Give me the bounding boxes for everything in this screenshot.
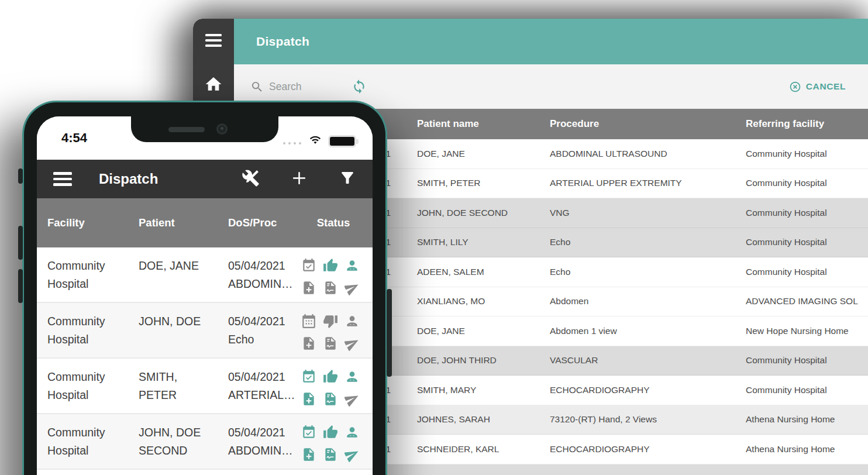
cell-dos-proc: 05/04/2021ABDOMIN… — [215, 257, 294, 296]
cell-dos-proc: 05/04/2021ABDOMIN… — [215, 424, 294, 463]
cell-patient-name: JOHN, DOE SECOND — [398, 208, 529, 218]
cell-procedure: ECHOCARDIOGRAPHY — [529, 385, 725, 395]
cell-patient-name: SMITH, PETER — [398, 178, 529, 188]
cell-patient-name: SCHNEIDER, KARL — [398, 444, 529, 455]
phone-volume-down-button[interactable] — [18, 269, 23, 303]
cell-procedure: Echo — [529, 267, 725, 277]
cellular-signal-icon — [283, 142, 301, 144]
cell-patient-name: XIANLIANG, MO — [398, 296, 529, 307]
cell-referring-facility: Community Hospital — [725, 178, 868, 188]
cell-patient-name: JOHNES, SARAH — [398, 414, 529, 425]
calendar-check-icon[interactable] — [301, 258, 316, 273]
file-plus-icon[interactable] — [301, 336, 316, 351]
phone-table-row[interactable]: Community HospitalJOHN, DOE SECOND05/04/… — [37, 414, 373, 470]
search-icon — [250, 80, 264, 94]
cell-referring-facility: Athena Nursing Home — [725, 444, 868, 455]
thumb-up-icon[interactable] — [323, 425, 338, 440]
phone-table-row[interactable]: Community HospitalJOHN, DOE05/04/2021Ech… — [37, 303, 373, 359]
cell-referring-facility: New Hope Nursing Home — [725, 326, 868, 336]
home-icon[interactable] — [204, 75, 223, 94]
cancel-button[interactable]: CANCEL — [789, 81, 846, 93]
search-placeholder: Search — [269, 81, 301, 93]
cell-patient-name: ADEEN, SALEM — [398, 267, 529, 277]
desktop-header-bar: Dispatch — [234, 19, 868, 64]
cell-patient-name: DOE, JANE — [398, 326, 529, 336]
phone-mockup: 4:54 Dispatch — [22, 101, 387, 475]
cell-patient: SMITH, PETER — [126, 368, 215, 407]
send-icon[interactable] — [345, 336, 360, 351]
cell-procedure: VASCULAR — [529, 355, 725, 366]
phone-app-bar: Dispatch — [37, 160, 373, 198]
cancel-label: CANCEL — [806, 81, 846, 92]
cell-procedure: ABDOMINAL ULTRASOUND — [529, 149, 725, 159]
person-icon[interactable] — [345, 369, 360, 384]
send-icon[interactable] — [345, 447, 360, 462]
cell-status-icons — [294, 424, 373, 463]
calendar-check-icon[interactable] — [301, 425, 316, 440]
phone-speaker — [168, 127, 205, 132]
cell-patient: DOE, JANE — [126, 257, 215, 296]
calendar-check-icon[interactable] — [301, 369, 316, 384]
cell-referring-facility: Community Hospital — [725, 355, 868, 366]
phone-volume-up-button[interactable] — [18, 226, 23, 260]
phone-camera — [216, 123, 228, 135]
wifi-icon — [308, 134, 322, 148]
sync-icon — [352, 79, 367, 94]
cell-referring-facility: Community Hospital — [725, 208, 868, 218]
screenshot-canvas: Dispatch Search CANCEL Patient name Proc… — [0, 0, 868, 475]
phone-table-row[interactable]: Community HospitalDOE, JANE05/04/2021ABD… — [37, 247, 373, 303]
person-icon[interactable] — [345, 314, 360, 329]
file-plus-icon[interactable] — [301, 447, 316, 462]
file-signature-icon[interactable] — [323, 280, 338, 295]
phone-mute-switch[interactable] — [18, 168, 23, 184]
refresh-button[interactable] — [352, 79, 367, 94]
cell-procedure: Abdomen — [529, 296, 725, 307]
calendar-icon[interactable] — [301, 314, 316, 329]
file-plus-icon[interactable] — [301, 391, 316, 407]
cell-referring-facility: Community Hospital — [725, 385, 868, 395]
cell-procedure: ECHOCARDIOGRAPHY — [529, 444, 725, 455]
column-header-patient: Patient — [126, 216, 215, 229]
file-plus-icon[interactable] — [301, 280, 316, 295]
thumb-up-icon[interactable] — [323, 369, 338, 384]
send-icon[interactable] — [345, 391, 360, 407]
thumb-up-icon[interactable] — [323, 258, 338, 273]
status-time: 4:54 — [61, 130, 87, 146]
phone-table-next-row-partial — [37, 470, 373, 475]
menu-hamburger-icon[interactable] — [205, 34, 222, 47]
column-header-procedure: Procedure — [529, 118, 725, 130]
cell-patient: JOHN, DOE SECOND — [126, 424, 215, 463]
cell-facility: Community Hospital — [37, 257, 126, 296]
column-header-patient-name: Patient name — [398, 118, 529, 130]
person-icon[interactable] — [345, 425, 360, 440]
file-signature-icon[interactable] — [323, 447, 338, 462]
cell-referring-facility: Community Hospital — [725, 237, 868, 247]
cell-procedure: ARTERIAL UPPER EXTREMITY — [529, 178, 725, 188]
menu-hamburger-icon[interactable] — [53, 172, 72, 186]
file-signature-icon[interactable] — [323, 336, 338, 351]
cell-procedure: VNG — [529, 208, 725, 218]
tools-button[interactable] — [242, 169, 260, 190]
column-header-referring-facility: Referring facility — [725, 118, 868, 130]
tools-icon — [242, 169, 260, 187]
phone-table-row[interactable]: Community HospitalSMITH, PETER05/04/2021… — [37, 359, 373, 414]
add-icon — [290, 169, 308, 187]
cell-referring-facility: Athena Nursing Home — [725, 414, 868, 425]
add-button[interactable] — [290, 169, 308, 190]
cell-referring-facility: Community Hospital — [725, 267, 868, 277]
battery-icon — [328, 135, 356, 147]
thumb-down-icon[interactable] — [323, 314, 338, 329]
page-title: Dispatch — [99, 171, 158, 187]
search-input[interactable]: Search — [250, 80, 301, 94]
phone-table-body: Community HospitalDOE, JANE05/04/2021ABD… — [37, 247, 373, 470]
filter-button[interactable] — [339, 169, 356, 189]
send-icon[interactable] — [345, 280, 360, 295]
phone-power-button[interactable] — [387, 289, 392, 377]
cell-status-icons — [294, 312, 373, 352]
cell-patient-name: SMITH, MARY — [398, 385, 529, 395]
file-signature-icon[interactable] — [323, 391, 338, 407]
phone-notch — [131, 116, 278, 142]
column-header-dos-proc: DoS/Proc — [215, 216, 294, 229]
cell-facility: Community Hospital — [37, 368, 126, 407]
person-icon[interactable] — [345, 258, 360, 273]
